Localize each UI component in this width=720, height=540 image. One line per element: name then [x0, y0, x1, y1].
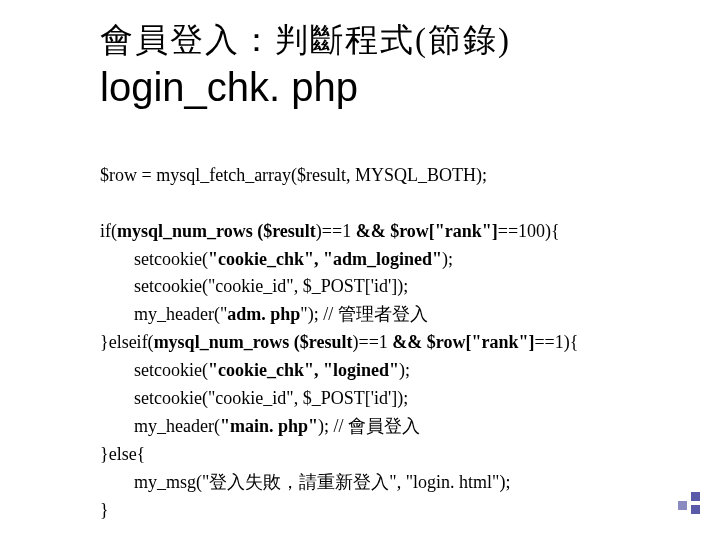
code-line: }elseif(mysql_num_rows ($result)==1 && $… [100, 332, 578, 352]
decoration-icon [674, 492, 700, 516]
code-line: }else{ [100, 444, 145, 464]
code-line: $row = mysql_fetch_array($result, MYSQL_… [100, 165, 487, 185]
code-block: $row = mysql_fetch_array($result, MYSQL_… [100, 134, 620, 524]
code-line: setcookie("cookie_id", $_POST['id']); [100, 385, 408, 413]
slide-title-block: 會員登入：判斷程式(節錄) login_chk. php [100, 18, 620, 110]
title-chinese: 會員登入：判斷程式(節錄) [100, 18, 620, 63]
title-filename: login_chk. php [100, 65, 620, 110]
code-line: setcookie("cookie_chk", "adm_logined"); [100, 246, 453, 274]
code-line: setcookie("cookie_id", $_POST['id']); [100, 273, 408, 301]
code-line: if(mysql_num_rows ($result)==1 && $row["… [100, 221, 560, 241]
code-line: my_header("main. php"); // 會員登入 [100, 413, 420, 441]
code-line: setcookie("cookie_chk", "logined"); [100, 357, 410, 385]
code-line: my_msg("登入失敗，請重新登入", "login. html"); [100, 469, 510, 497]
code-line: } [100, 500, 109, 520]
code-line: my_header("adm. php"); // 管理者登入 [100, 301, 428, 329]
